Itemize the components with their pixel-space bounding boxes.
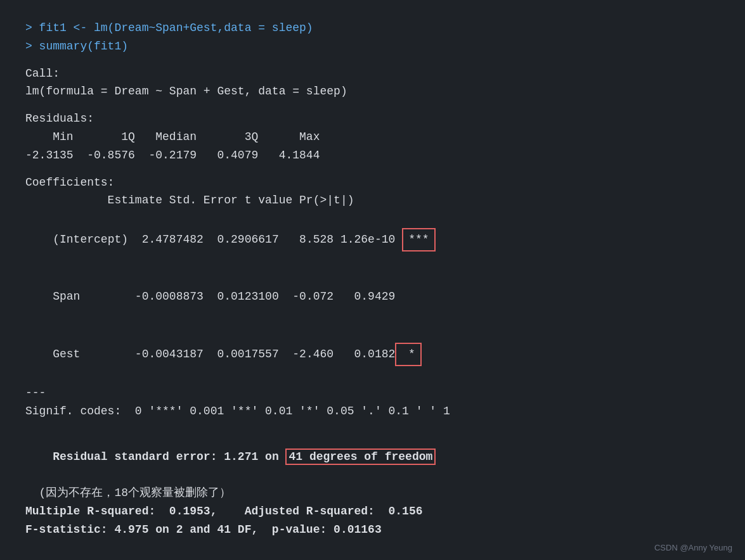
coeff-span-values: Span -0.0008873 0.0123100 -0.072 0.9429 [53, 290, 416, 303]
coeff-gest-values: Gest -0.0043187 0.0017557 -2.460 0.0182 [53, 348, 395, 360]
residuals-label: Residuals: [25, 110, 720, 128]
call-label: Call: [25, 65, 720, 83]
residual-std-error-line: Residual standard error: 1.271 on 41 deg… [25, 430, 720, 484]
coeff-span-row: Span -0.0008873 0.0123100 -0.072 0.9429 [25, 270, 720, 324]
residuals-header: Min 1Q Median 3Q Max [25, 128, 720, 146]
f-statistic-line: F-statistic: 4.975 on 2 and 41 DF, p-val… [25, 521, 720, 539]
signif-codes: Signif. codes: 0 '***' 0.001 '**' 0.01 '… [25, 402, 720, 421]
residual-std-pre: Residual standard error: 1.271 on [53, 450, 285, 463]
coeff-header: Estimate Std. Error t value Pr(>|t|) [25, 191, 720, 210]
residuals-values: -2.3135 -0.8576 -0.2179 0.4079 4.1844 [25, 146, 720, 165]
coefficients-label: Coefficients: [25, 174, 720, 192]
significance-box-intercept: *** [402, 228, 435, 251]
command-line-1: > fit1 <- lm(Dream~Span+Gest,data = slee… [25, 19, 720, 37]
obs-deleted-line: (因为不存在，18个观察量被删除了） [25, 484, 720, 502]
terminal-window: > fit1 <- lm(Dream~Span+Gest,data = slee… [0, 0, 745, 560]
dashes-line: --- [25, 384, 720, 402]
degrees-of-freedom-highlight: 41 degrees of freedom [285, 449, 436, 465]
command-line-2: > summary(fit1) [25, 37, 720, 56]
coeff-intercept-values: (Intercept) 2.4787482 0.2906617 8.528 1.… [53, 233, 395, 246]
watermark: CSDN @Anny Yeung [654, 543, 732, 552]
coeff-intercept-row: (Intercept) 2.4787482 0.2906617 8.528 1.… [25, 210, 720, 269]
multiple-r-line: Multiple R-squared: 0.1953, Adjusted R-s… [25, 502, 720, 521]
significance-box-gest: * [395, 343, 422, 366]
coeff-gest-row: Gest -0.0043187 0.0017557 -2.460 0.0182 … [25, 324, 720, 384]
call-formula: lm(formula = Dream ~ Span + Gest, data =… [25, 82, 720, 101]
